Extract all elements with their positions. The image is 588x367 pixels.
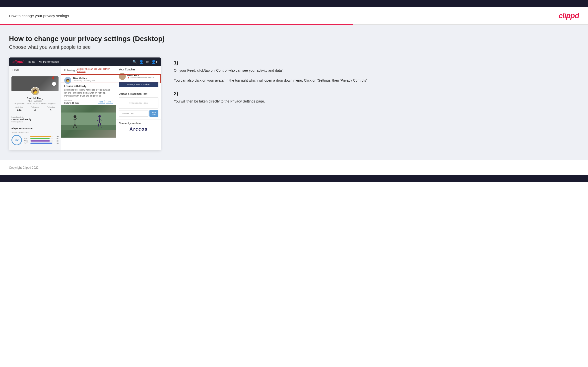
stat-activities-label: Activities bbox=[11, 106, 27, 108]
bar-putt: PUTT 96 bbox=[24, 142, 59, 144]
profile-stats: Activities 131 Followers 3 Following 4 bbox=[11, 106, 59, 111]
arccos-logo: Arccos bbox=[119, 127, 158, 132]
instruction-2: 2) You will then be taken directly to th… bbox=[174, 91, 579, 104]
location-icon: 📍 bbox=[127, 77, 130, 79]
manage-coaches-button[interactable]: Manage Your Coaches bbox=[119, 82, 158, 87]
following-button[interactable]: Following ▾ bbox=[64, 69, 77, 72]
bar-putt-value: 96 bbox=[54, 142, 59, 144]
bar-ott-label: OTT bbox=[24, 136, 29, 137]
trackman-input-row: Add Link bbox=[119, 110, 158, 117]
lesson-author-name: Blair McHarg bbox=[73, 77, 95, 79]
tpq-bars: OTT 90 APP 85 ARG bbox=[24, 136, 59, 145]
following-label: Following bbox=[64, 69, 75, 72]
person-icon[interactable]: 👤 bbox=[139, 60, 143, 64]
add-link-button[interactable]: Add Link bbox=[149, 110, 158, 117]
instruction-1-extra: You can also click on your avatar in the… bbox=[174, 78, 579, 83]
page-title: How to change your privacy settings (Des… bbox=[9, 35, 579, 43]
stat-following-value: 4 bbox=[43, 108, 59, 111]
svg-point-2 bbox=[74, 115, 76, 118]
stat-followers: Followers 3 bbox=[27, 106, 43, 111]
browser-nav: clippd Home My Performance 🔍 👤 ⊕ 👤▾ bbox=[9, 57, 161, 66]
control-privacy-link[interactable]: Control who can see your activity and da… bbox=[77, 68, 113, 73]
connect-title: Connect your data bbox=[119, 122, 158, 125]
bar-ott-track bbox=[30, 136, 53, 137]
nav-my-performance[interactable]: My Performance bbox=[39, 60, 59, 63]
avatar: 🧑 bbox=[31, 87, 40, 96]
coach-name: David Ford bbox=[127, 74, 154, 77]
instructions: 1) On your Feed, click/tap on 'Control w… bbox=[169, 57, 579, 111]
page-subtitle: Choose what you want people to see bbox=[9, 44, 579, 50]
instruction-1-number: 1) bbox=[174, 60, 579, 66]
nav-home[interactable]: Home bbox=[28, 60, 35, 63]
lesson-duration: Duration 01 hr : 30 min OTT APP bbox=[61, 99, 116, 105]
instruction-1: 1) On your Feed, click/tap on 'Control w… bbox=[174, 60, 579, 83]
bar-arg-fill bbox=[30, 140, 50, 142]
stat-following: Following 4 bbox=[43, 106, 59, 111]
lesson-author-avatar: 🧑 bbox=[64, 77, 71, 84]
top-bar bbox=[0, 0, 588, 7]
duration-value: 01 hr : 30 min bbox=[64, 102, 79, 104]
feed-header: Following ▾ Control who can see your act… bbox=[61, 66, 116, 75]
bar-app-track bbox=[30, 138, 53, 139]
duration-label: Duration bbox=[64, 100, 79, 102]
player-performance: Player Performance Total Player Quality … bbox=[9, 125, 61, 147]
svg-rect-1 bbox=[61, 125, 116, 130]
latest-activity-name: Lesson with Fordy bbox=[11, 118, 59, 121]
golf-scene-svg bbox=[61, 105, 116, 138]
coach-item: David Ford 📍 Royal North Devon Golf Club bbox=[119, 73, 158, 80]
header-title: How to change your privacy settings bbox=[9, 14, 69, 18]
bar-app-fill bbox=[30, 138, 50, 139]
lesson-image bbox=[61, 105, 116, 138]
tag-app: APP bbox=[106, 100, 113, 104]
bar-arg-value: 86 bbox=[54, 140, 59, 142]
profile-name: Blair McHarg bbox=[11, 97, 59, 100]
stat-following-label: Following bbox=[43, 106, 59, 108]
profile-handicap: Plus Handicap bbox=[11, 100, 59, 102]
svg-point-8 bbox=[98, 115, 101, 117]
browser-logo: clippd bbox=[12, 59, 23, 64]
footer: Copyright Clippd 2022 bbox=[0, 160, 588, 175]
trackman-panel: Upload a Trackman Test Trackman Link Add… bbox=[116, 90, 161, 119]
bar-app-label: APP bbox=[24, 138, 29, 140]
browser-body: Feed 🧑 Blair McHarg Plus Handicap Roya bbox=[9, 66, 161, 150]
main-content: How to change your privacy settings (Des… bbox=[0, 25, 588, 160]
profile-card: 🧑 Blair McHarg Plus Handicap Royal North… bbox=[9, 74, 61, 114]
right-panel: Your Coaches David Ford 📍 Royal North De… bbox=[116, 66, 161, 150]
connect-panel: Connect your data Arccos bbox=[116, 119, 161, 134]
feed-main: Following ▾ Control who can see your act… bbox=[61, 66, 116, 150]
bottom-bar bbox=[0, 175, 588, 182]
demo-area: clippd Home My Performance 🔍 👤 ⊕ 👤▾ Feed bbox=[9, 57, 579, 150]
footer-copyright: Copyright Clippd 2022 bbox=[9, 166, 39, 169]
browser-mock: clippd Home My Performance 🔍 👤 ⊕ 👤▾ Feed bbox=[9, 57, 161, 150]
bar-app-value: 85 bbox=[54, 138, 59, 140]
trackman-input[interactable] bbox=[119, 110, 148, 117]
add-icon[interactable]: ⊕ bbox=[146, 60, 149, 64]
coach-avatar bbox=[119, 73, 126, 80]
coach-club: 📍 Royal North Devon Golf Club bbox=[127, 77, 154, 79]
bar-putt-label: PUTT bbox=[24, 142, 29, 144]
coach-info: David Ford 📍 Royal North Devon Golf Club bbox=[127, 74, 154, 79]
stat-activities: Activities 131 bbox=[11, 106, 27, 111]
instruction-2-text: You will then be taken directly to the P… bbox=[174, 99, 579, 104]
search-icon[interactable]: 🔍 bbox=[132, 60, 137, 64]
bar-ott-fill bbox=[30, 136, 51, 137]
browser-nav-links: Home My Performance bbox=[28, 60, 59, 63]
avatar-icon[interactable]: 👤▾ bbox=[151, 60, 157, 64]
latest-activity-label: Latest Activity bbox=[11, 116, 59, 118]
lesson-tags: OTT APP bbox=[98, 100, 113, 104]
bar-ott-value: 90 bbox=[54, 136, 59, 137]
bar-putt-fill bbox=[30, 143, 52, 144]
lesson-author-info: Blair McHarg Yesterday · Sunningdale bbox=[73, 77, 95, 84]
profile-avatar-wrap: 🧑 bbox=[11, 87, 59, 96]
lesson-card: 🧑 Blair McHarg Yesterday · Sunningdale L… bbox=[61, 75, 116, 138]
svg-rect-9 bbox=[99, 117, 100, 123]
duration-info: Duration 01 hr : 30 min bbox=[64, 100, 79, 104]
bar-ott: OTT 90 bbox=[24, 136, 59, 137]
instruction-1-text: On your Feed, click/tap on 'Control who … bbox=[174, 68, 579, 73]
feed-tab[interactable]: Feed bbox=[9, 66, 61, 74]
trackman-title: Upload a Trackman Test bbox=[119, 93, 158, 95]
logo: clippd bbox=[559, 11, 579, 20]
coaches-title: Your Coaches bbox=[119, 68, 158, 71]
bar-arg: ARG 86 bbox=[24, 140, 59, 142]
tpq-label: Total Player Quality bbox=[11, 131, 59, 133]
